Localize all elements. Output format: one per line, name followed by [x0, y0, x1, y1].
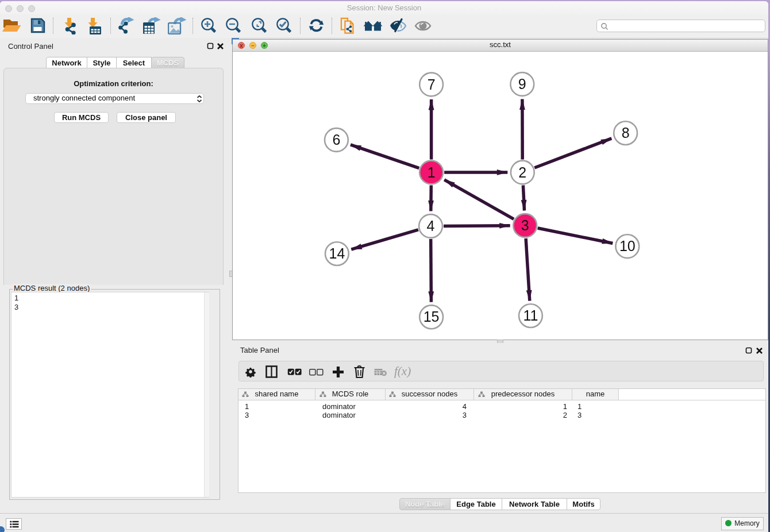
svg-text:8: 8 [622, 125, 630, 141]
svg-text:3: 3 [521, 217, 529, 233]
svg-text:7: 7 [428, 76, 436, 92]
svg-text:15: 15 [424, 309, 440, 325]
svg-text:10: 10 [619, 238, 636, 254]
svg-text:1: 1 [428, 164, 436, 180]
svg-text:11: 11 [523, 307, 538, 323]
svg-text:6: 6 [332, 132, 340, 148]
svg-text:2: 2 [518, 164, 526, 180]
svg-text:4: 4 [427, 218, 435, 234]
svg-text:14: 14 [329, 245, 345, 261]
svg-text:9: 9 [518, 76, 526, 92]
